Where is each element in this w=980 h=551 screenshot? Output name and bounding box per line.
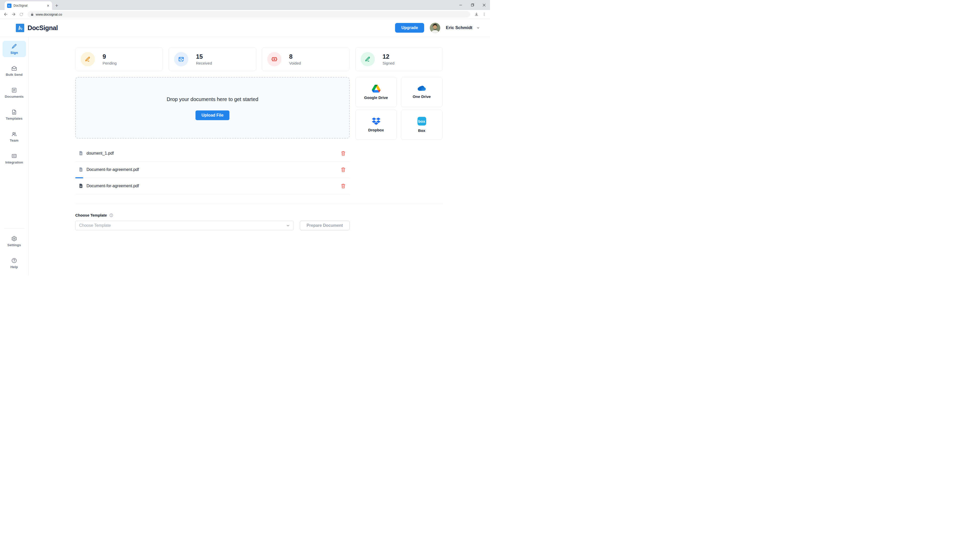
- sidebar-item-label: Documents: [5, 95, 24, 98]
- url-bar[interactable]: www.docsignal.co: [27, 11, 470, 17]
- docsignal-favicon: [7, 3, 11, 8]
- sidebar-item-templates[interactable]: Templates: [3, 106, 26, 123]
- section-divider: [75, 204, 443, 204]
- file-row[interactable]: doument_1.pdf: [75, 145, 350, 162]
- template-select-placeholder: Choose Template: [79, 223, 286, 228]
- cloud-service-label: Google Drive: [364, 95, 388, 100]
- stat-value: 8: [289, 53, 301, 60]
- tab-title: DocSignal: [14, 4, 45, 7]
- sidebar-item-settings[interactable]: Settings: [3, 233, 26, 249]
- document-dropzone[interactable]: Drop your documents here to get started …: [75, 77, 350, 138]
- stat-card-pending: 9 Pending: [75, 47, 163, 71]
- stat-label: Signed: [383, 61, 395, 65]
- google-drive-card[interactable]: Google Drive: [355, 77, 397, 107]
- pdf-file-icon: [78, 167, 84, 172]
- sign-pen-icon: [11, 43, 17, 49]
- sidebar-item-label: Bulk Send: [6, 73, 22, 76]
- trash-icon: [340, 151, 346, 156]
- tab-close-icon[interactable]: ✕: [47, 4, 49, 7]
- gear-icon: [11, 236, 17, 241]
- sidebar-item-label: Integration: [5, 160, 23, 164]
- cloud-service-label: Box: [418, 128, 425, 133]
- bulk-send-icon: [11, 65, 17, 71]
- stat-label: Pending: [103, 61, 117, 65]
- onedrive-card[interactable]: One Drive: [401, 77, 442, 107]
- user-name: Eric Schmidt: [446, 25, 473, 30]
- forward-icon[interactable]: [10, 11, 17, 17]
- sidebar-divider: [4, 228, 24, 229]
- delete-file-button[interactable]: [340, 151, 346, 156]
- sidebar-item-bulk-send[interactable]: Bulk Send: [3, 63, 26, 79]
- stat-card-received: 15 Received: [169, 47, 256, 71]
- chevron-down-icon: [286, 224, 290, 227]
- dropbox-icon: [372, 118, 380, 125]
- sidebar-item-integration[interactable]: Integration: [3, 151, 26, 167]
- stat-label: Received: [196, 61, 212, 65]
- downloads-icon[interactable]: [473, 11, 480, 17]
- cloud-service-label: Dropbox: [368, 128, 384, 132]
- sidebar-item-label: Team: [10, 138, 18, 142]
- browser-toolbar: www.docsignal.co: [0, 10, 490, 19]
- lock-icon: [30, 13, 34, 16]
- user-avatar[interactable]: [430, 23, 440, 33]
- sidebar-item-label: Settings: [7, 243, 21, 247]
- browser-menu-icon[interactable]: [481, 11, 487, 17]
- stat-value: 15: [196, 53, 212, 60]
- new-tab-button[interactable]: +: [55, 3, 58, 8]
- signature-signed-icon: [361, 52, 375, 66]
- window-restore-icon[interactable]: [466, 0, 478, 10]
- trash-icon: [340, 183, 346, 189]
- sidebar-item-label: Help: [11, 265, 18, 269]
- file-row[interactable]: Document-for-agreement.pdf: [75, 178, 350, 194]
- stat-value: 12: [383, 53, 395, 60]
- integration-icon: [11, 153, 17, 159]
- brand-name: DocSignal: [27, 24, 58, 32]
- upload-progress-bar: [75, 177, 83, 178]
- docsignal-logo-icon: [16, 24, 24, 32]
- documents-icon: [11, 87, 17, 93]
- file-row[interactable]: Document-for-agreement.pdf: [75, 162, 350, 178]
- team-icon: [11, 131, 17, 137]
- sidebar-item-team[interactable]: Team: [3, 129, 26, 145]
- signature-pending-icon: [81, 52, 95, 66]
- window-close-icon[interactable]: [478, 0, 490, 10]
- delete-file-button[interactable]: [340, 167, 346, 172]
- dropbox-card[interactable]: Dropbox: [355, 110, 397, 140]
- sidebar: Sign Bulk Send Documents Templates Team …: [0, 37, 29, 275]
- box-icon: box: [417, 117, 426, 125]
- info-icon[interactable]: [109, 213, 113, 218]
- file-name: Document-for-agreement.pdf: [86, 184, 139, 188]
- cloud-service-label: One Drive: [413, 94, 431, 99]
- pdf-file-icon: [78, 183, 84, 189]
- stat-value: 9: [103, 53, 117, 60]
- google-drive-icon: [372, 85, 380, 93]
- help-icon: [11, 258, 17, 264]
- stat-label: Voided: [289, 61, 301, 65]
- upload-file-button[interactable]: Upload File: [196, 110, 229, 120]
- url-text: www.docsignal.co: [36, 13, 62, 16]
- mail-received-icon: [174, 52, 188, 66]
- app-header: DocSignal Upgrade Eric Schmidt: [0, 19, 490, 37]
- window-minimize-icon[interactable]: [455, 0, 466, 10]
- template-select[interactable]: Choose Template: [75, 221, 294, 230]
- voided-icon: [267, 52, 282, 66]
- choose-template-label: Choose Template: [75, 213, 107, 218]
- sidebar-item-label: Templates: [6, 117, 23, 121]
- delete-file-button[interactable]: [340, 183, 346, 189]
- back-icon[interactable]: [3, 11, 9, 17]
- prepare-document-button[interactable]: Prepare Document: [300, 221, 350, 230]
- browser-tab[interactable]: DocSignal ✕: [5, 1, 52, 10]
- main-content: 9 Pending 15 Received 8 Voided: [29, 37, 490, 275]
- file-name: doument_1.pdf: [86, 151, 114, 156]
- sidebar-item-sign[interactable]: Sign: [3, 41, 26, 57]
- chevron-down-icon[interactable]: [476, 26, 480, 30]
- browser-tabstrip: DocSignal ✕ +: [0, 0, 490, 10]
- upgrade-button[interactable]: Upgrade: [395, 23, 424, 33]
- reload-icon[interactable]: [18, 11, 24, 17]
- onedrive-icon: [417, 86, 426, 92]
- sidebar-item-help[interactable]: Help: [3, 255, 26, 272]
- pdf-file-icon: [78, 151, 84, 156]
- trash-icon: [340, 167, 346, 172]
- sidebar-item-documents[interactable]: Documents: [3, 85, 26, 101]
- box-card[interactable]: box Box: [401, 110, 442, 140]
